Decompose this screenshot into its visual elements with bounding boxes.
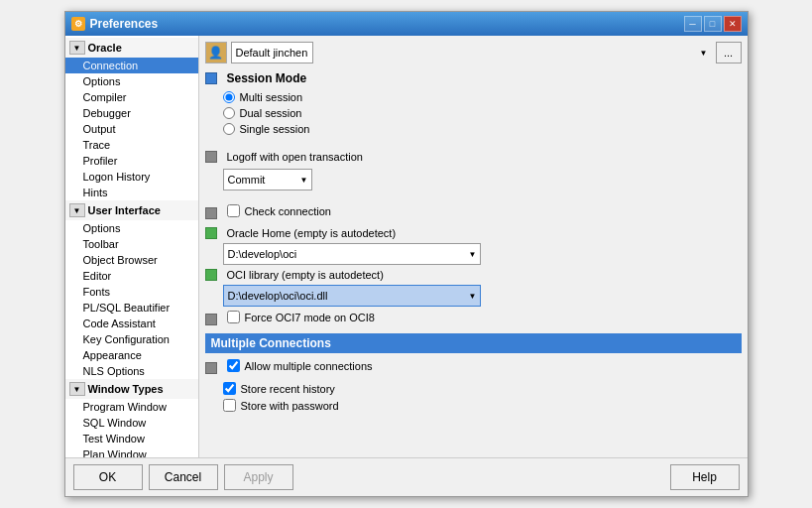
ui-label: User Interface: [88, 204, 161, 216]
ok-button[interactable]: OK: [73, 464, 143, 490]
sidebar-item-appearance[interactable]: Appearance: [65, 347, 198, 363]
oci-library-dropdown-wrapper: D:\develop\oci\oci.dll: [223, 285, 481, 307]
session-mode-section: Session Mode Multi session Dual session …: [205, 71, 742, 143]
check-connection-field[interactable]: Check connection: [227, 204, 331, 217]
multiple-connections-row: Multiple Connections: [205, 333, 742, 353]
sidebar-item-object-browser[interactable]: Object Browser: [65, 252, 198, 268]
content-area: ▼ Oracle Connection Options Compiler Deb…: [65, 36, 748, 457]
oci-library-dropdown[interactable]: D:\develop\oci\oci.dll: [223, 285, 481, 307]
title-bar: ⚙ Preferences ─ □ ✕: [65, 12, 748, 36]
oracle-home-label: Oracle Home (empty is autodetect): [227, 227, 397, 239]
apply-button[interactable]: Apply: [224, 464, 293, 490]
bottom-left-buttons: OK Cancel Apply: [73, 464, 293, 490]
sidebar-item-logon-history[interactable]: Logon History: [65, 169, 198, 185]
close-button[interactable]: ✕: [724, 16, 742, 32]
sidebar-item-program-window[interactable]: Program Window: [65, 399, 198, 415]
oracle-home-dropdown-wrapper: D:\develop\oci: [223, 243, 481, 265]
single-session-option[interactable]: Single session: [223, 123, 742, 135]
window-types-label: Window Types: [88, 383, 164, 395]
window-title: Preferences: [90, 17, 159, 31]
session-mode-options: Multi session Dual session Single sessio…: [205, 91, 742, 135]
store-recent-field[interactable]: Store recent history: [223, 382, 742, 395]
check-connection-checkbox[interactable]: [227, 204, 240, 217]
sidebar-item-sql-window[interactable]: SQL Window: [65, 415, 198, 431]
sidebar-item-plsql-beautifier[interactable]: PL/SQL Beautifier: [65, 300, 198, 316]
sidebar-item-key-configuration[interactable]: Key Configuration: [65, 331, 198, 347]
profile-dropdown[interactable]: Default jinchen: [231, 42, 313, 64]
session-mode-indicator: [205, 72, 217, 84]
sidebar-item-debugger[interactable]: Debugger: [65, 105, 198, 121]
maximize-button[interactable]: □: [704, 16, 722, 32]
sidebar-item-trace[interactable]: Trace: [65, 137, 198, 153]
force-oci7-label: Force OCI7 mode on OCI8: [245, 312, 375, 323]
sidebar-item-connection[interactable]: Connection: [65, 58, 198, 73]
dual-session-radio[interactable]: [223, 107, 235, 119]
commit-dropdown[interactable]: Commit Rollback Ask: [223, 169, 312, 190]
window-icon: ⚙: [71, 17, 85, 31]
allow-multiple-checkbox[interactable]: [227, 359, 240, 372]
cancel-button[interactable]: Cancel: [149, 464, 218, 490]
force-oci7-row: Force OCI7 mode on OCI8: [205, 311, 742, 327]
main-panel: 👤 Default jinchen ... Session Mode: [199, 36, 748, 457]
oracle-home-row: Oracle Home (empty is autodetect) D:\dev…: [205, 227, 742, 265]
multi-session-label: Multi session: [240, 91, 303, 103]
oracle-home-indicator: [205, 227, 217, 239]
dual-session-option[interactable]: Dual session: [223, 107, 742, 119]
single-session-label: Single session: [240, 123, 310, 135]
bottom-bar: OK Cancel Apply Help: [65, 457, 748, 496]
window-controls: ─ □ ✕: [684, 16, 742, 32]
sidebar-item-options[interactable]: Options: [65, 73, 198, 89]
store-recent-checkbox[interactable]: [223, 382, 236, 395]
single-session-radio[interactable]: [223, 123, 235, 135]
oracle-arrow: ▼: [69, 41, 85, 55]
allow-multiple-field[interactable]: Allow multiple connections: [227, 359, 373, 372]
profile-bar: 👤 Default jinchen ...: [205, 42, 742, 64]
force-oci7-checkbox[interactable]: [227, 311, 240, 323]
allow-multiple-label: Allow multiple connections: [245, 360, 373, 372]
sidebar-item-options-ui[interactable]: Options: [65, 220, 198, 236]
sidebar: ▼ Oracle Connection Options Compiler Deb…: [65, 36, 199, 457]
window-types-items: Program Window SQL Window Test Window Pl…: [65, 399, 198, 457]
sidebar-section-window-types[interactable]: ▼ Window Types: [65, 379, 198, 399]
force-oci7-indicator: [205, 314, 217, 325]
sidebar-section-oracle[interactable]: ▼ Oracle: [65, 38, 198, 58]
minimize-button[interactable]: ─: [684, 16, 702, 32]
multi-session-radio[interactable]: [223, 91, 235, 103]
sidebar-item-profiler[interactable]: Profiler: [65, 153, 198, 169]
commit-dropdown-wrapper: Commit Rollback Ask: [223, 169, 312, 190]
multi-session-option[interactable]: Multi session: [223, 91, 742, 103]
force-oci7-field[interactable]: Force OCI7 mode on OCI8: [227, 311, 375, 323]
sidebar-item-editor[interactable]: Editor: [65, 268, 198, 284]
oracle-home-dropdown[interactable]: D:\develop\oci: [223, 243, 481, 265]
sidebar-item-toolbar[interactable]: Toolbar: [65, 236, 198, 252]
sidebar-item-nls-options[interactable]: NLS Options: [65, 363, 198, 379]
multiple-connections-label: Multiple Connections: [211, 336, 331, 350]
sidebar-item-fonts[interactable]: Fonts: [65, 284, 198, 300]
store-history-section: Store recent history Store with password: [205, 382, 742, 416]
sidebar-section-ui[interactable]: ▼ User Interface: [65, 200, 198, 220]
sidebar-item-code-assistant[interactable]: Code Assistant: [65, 316, 198, 331]
logoff-row: Logoff with open transaction: [205, 151, 742, 163]
ui-items: Options Toolbar Object Browser Editor Fo…: [65, 220, 198, 379]
oci-library-indicator: [205, 269, 217, 281]
profile-dropdown-wrapper: Default jinchen: [231, 42, 712, 64]
store-password-field[interactable]: Store with password: [223, 399, 742, 412]
check-connection-row: Check connection: [205, 204, 742, 221]
help-button[interactable]: Help: [670, 464, 740, 490]
allow-multiple-indicator: [205, 362, 217, 374]
store-recent-label: Store recent history: [241, 383, 335, 395]
check-connection-indicator: [205, 207, 217, 219]
store-password-checkbox[interactable]: [223, 399, 236, 412]
session-mode-header: Session Mode: [205, 71, 742, 85]
preferences-window: ⚙ Preferences ─ □ ✕ ▼ Oracle Connection …: [64, 11, 749, 497]
sidebar-item-output[interactable]: Output: [65, 121, 198, 137]
ui-arrow: ▼: [69, 203, 85, 217]
session-mode-title: Session Mode: [227, 71, 307, 85]
sidebar-item-test-window[interactable]: Test Window: [65, 431, 198, 446]
store-password-label: Store with password: [241, 400, 339, 412]
sidebar-item-compiler[interactable]: Compiler: [65, 89, 198, 105]
sidebar-item-hints[interactable]: Hints: [65, 185, 198, 200]
profile-more-button[interactable]: ...: [716, 42, 742, 64]
profile-icon: 👤: [205, 42, 227, 64]
sidebar-item-plan-window[interactable]: Plan Window: [65, 446, 198, 457]
